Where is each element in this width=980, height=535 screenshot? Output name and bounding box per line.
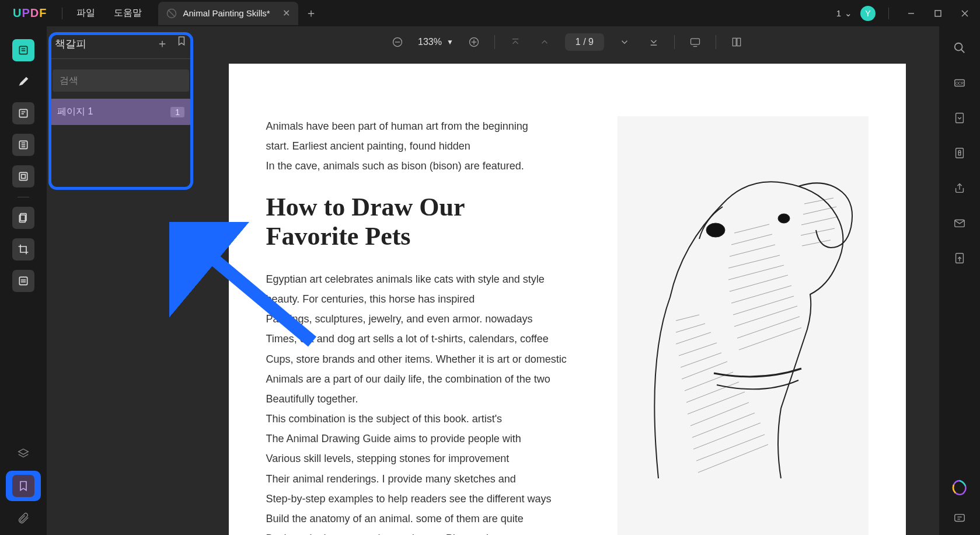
svg-rect-40 — [956, 148, 964, 158]
page-illustration — [618, 116, 869, 525]
divider — [18, 197, 29, 197]
main-area: 책갈피 ＋ 페이지 1 1 133% ▼ — [0, 26, 980, 535]
pdf-page: Animals have been part of human art from… — [229, 64, 906, 535]
minimize-button[interactable] — [902, 4, 920, 23]
divider — [51, 58, 190, 59]
document-toolbar: 133% ▼ 1 / 9 — [195, 26, 939, 58]
panel-header: 책갈피 ＋ — [47, 26, 195, 58]
svg-rect-3 — [935, 11, 941, 16]
add-bookmark-icon[interactable]: ＋ — [156, 36, 168, 51]
tab-document-icon — [166, 8, 177, 19]
svg-line-36 — [961, 50, 965, 53]
user-count: 1 — [836, 8, 841, 18]
bookmark-tool[interactable] — [12, 475, 34, 497]
right-rail-bottom — [939, 479, 980, 527]
chat-icon[interactable] — [951, 509, 968, 527]
organize-tool[interactable] — [12, 165, 34, 187]
titlebar: UPDF 파일 도움말 Animal Painting Skills* ✕ ＋ … — [0, 0, 980, 26]
bookmark-ribbon-icon[interactable] — [176, 36, 187, 51]
maximize-button[interactable] — [929, 4, 947, 23]
divider — [62, 8, 62, 19]
chevron-down-icon: ⌄ — [845, 8, 852, 19]
layers-icon[interactable] — [15, 445, 32, 463]
zoom-out-icon[interactable] — [389, 33, 406, 51]
divider — [888, 8, 889, 19]
attachment-icon[interactable] — [15, 509, 32, 527]
zoom-level[interactable]: 133% ▼ — [418, 37, 454, 47]
document-wrapper: 133% ▼ 1 / 9 — [195, 26, 939, 535]
prev-page-icon[interactable] — [536, 33, 553, 51]
reader-tool[interactable] — [12, 39, 34, 61]
divider — [494, 35, 495, 49]
close-button[interactable] — [955, 4, 974, 23]
svg-rect-46 — [955, 515, 965, 522]
page-indicator[interactable]: 1 / 9 — [565, 33, 604, 51]
svg-point-33 — [778, 214, 790, 223]
document-scroll[interactable]: Animals have been part of human art from… — [195, 58, 939, 535]
edit-tool[interactable] — [12, 102, 34, 124]
email-icon[interactable] — [951, 214, 968, 232]
convert-icon[interactable] — [951, 109, 968, 127]
first-page-icon[interactable] — [507, 33, 524, 51]
svg-rect-30 — [733, 38, 736, 46]
menu-file[interactable]: 파일 — [67, 7, 104, 19]
user-badge[interactable]: 1 ⌄ — [836, 8, 852, 19]
svg-rect-16 — [19, 172, 27, 180]
svg-point-35 — [955, 43, 962, 51]
svg-rect-31 — [737, 38, 741, 46]
left-rail-bottom — [0, 445, 47, 527]
right-tool-rail: OCR — [939, 26, 980, 535]
divider — [674, 35, 675, 49]
left-tool-rail — [0, 26, 47, 535]
search-icon[interactable] — [951, 39, 968, 57]
avatar[interactable]: Y — [860, 6, 876, 21]
presentation-icon[interactable] — [686, 33, 704, 51]
tab-close-icon[interactable]: ✕ — [283, 8, 290, 19]
crop-tool[interactable] — [12, 238, 34, 260]
svg-rect-17 — [22, 175, 26, 179]
new-tab-button[interactable]: ＋ — [305, 5, 317, 21]
body-paragraph: Egyptian art celebrates animals like cat… — [266, 269, 577, 535]
page-text-column: Animals have been part of human art from… — [266, 116, 577, 512]
titlebar-right: 1 ⌄ Y — [836, 0, 974, 26]
protect-icon[interactable] — [951, 144, 968, 162]
share-icon[interactable] — [951, 179, 968, 197]
intro-paragraph: Animals have been part of human art from… — [266, 116, 577, 176]
layout-icon[interactable] — [728, 33, 745, 51]
svg-point-34 — [706, 223, 725, 237]
svg-rect-41 — [958, 152, 961, 155]
ai-assistant-icon[interactable] — [951, 479, 968, 496]
form-tool[interactable] — [12, 134, 34, 156]
last-page-icon[interactable] — [645, 33, 662, 51]
bookmark-tool-highlight — [6, 471, 41, 501]
document-tab[interactable]: Animal Painting Skills* ✕ — [158, 2, 298, 25]
page-heading: How to Draw Our Favorite Pets — [266, 193, 577, 252]
bookmark-search[interactable] — [53, 70, 189, 92]
bookmark-page-badge: 1 — [170, 107, 184, 117]
search-input[interactable] — [60, 75, 182, 86]
svg-rect-39 — [956, 113, 964, 123]
bookmark-label: 페이지 1 — [57, 106, 93, 118]
dog-sketch-icon — [618, 116, 869, 535]
svg-line-1 — [168, 10, 175, 17]
bookmark-panel: 책갈피 ＋ 페이지 1 1 — [47, 26, 195, 535]
panel-title: 책갈피 — [55, 37, 86, 51]
print-icon[interactable] — [951, 249, 968, 267]
divider — [716, 35, 716, 49]
redact-tool[interactable] — [12, 270, 34, 292]
svg-rect-20 — [19, 277, 27, 284]
next-page-icon[interactable] — [616, 33, 633, 51]
pages-tool[interactable] — [12, 207, 34, 229]
ocr-icon[interactable]: OCR — [951, 74, 968, 92]
comment-tool[interactable] — [12, 71, 34, 93]
svg-rect-32 — [618, 116, 869, 535]
svg-rect-28 — [690, 39, 699, 44]
bookmark-item[interactable]: 페이지 1 1 — [50, 99, 191, 125]
app-logo: UPDF — [13, 6, 47, 20]
svg-text:OCR: OCR — [955, 81, 964, 85]
zoom-in-icon[interactable] — [465, 33, 483, 51]
menu-help[interactable]: 도움말 — [104, 7, 151, 19]
chevron-down-icon: ▼ — [447, 38, 454, 46]
tab-title: Animal Painting Skills* — [183, 8, 277, 18]
